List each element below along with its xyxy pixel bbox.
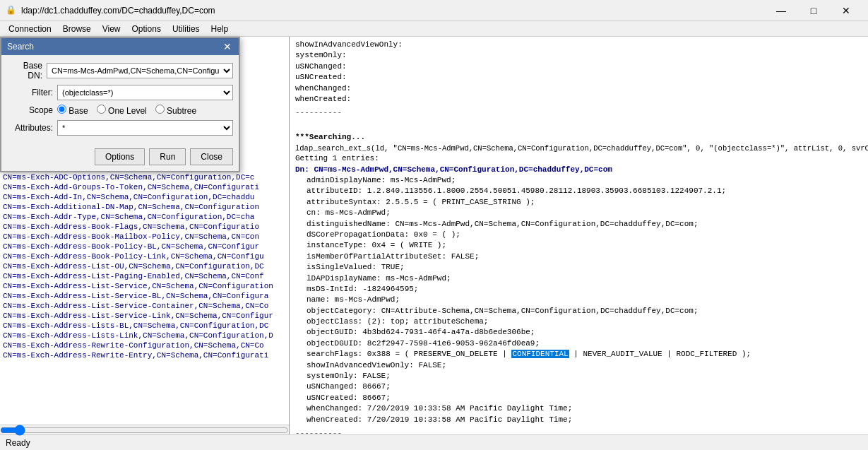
scope-base-text: Base [69, 106, 88, 116]
scope-one-level-label[interactable]: One Level [97, 105, 147, 116]
menu-item-utilities[interactable]: Utilities [167, 23, 206, 35]
attributes-label: Attributes: [7, 123, 53, 133]
tree-item[interactable]: CN=ms-Exch-Address-Book-Mailbox-Policy,C… [0, 232, 289, 242]
horizontal-scrollbar-container [0, 425, 289, 434]
scope-subtree-text: Subtree [167, 106, 196, 116]
filter-label: Filter: [7, 88, 53, 97]
tree-item[interactable]: CN=ms-Exch-Address-List-Service-Containe… [0, 301, 289, 311]
base-dn-select[interactable]: CN=ms-Mcs-AdmPwd,CN=Schema,CN=Configu [47, 63, 233, 78]
left-panel: Search ✕ Base DN: CN=ms-Mcs-AdmPwd,CN=Sc… [0, 37, 290, 434]
attr-line: isMemberOfPartialAttributeSet: FALSE; [295, 251, 862, 262]
tree-item[interactable]: CN=ms-Exch-Address-Lists-BL,CN=Schema,CN… [0, 321, 289, 331]
main-container: Search ✕ Base DN: CN=ms-Mcs-AdmPwd,CN=Sc… [0, 37, 868, 434]
attr-line: systemOnly: FALSE; [295, 371, 862, 381]
close-dialog-button[interactable]: Close [190, 148, 233, 165]
tree-item[interactable]: CN=ms-Exch-Address-Book-Flags,CN=Schema,… [0, 222, 289, 232]
attr-line: uSNChanged: [295, 61, 862, 72]
tree-item[interactable]: CN=ms-Exch-Address-List-Service-BL,CN=Sc… [0, 291, 289, 301]
attributes-select[interactable]: * [57, 120, 233, 136]
attr-line: objectClass: (2): top; attributeSchema; [295, 316, 862, 327]
status-text: Ready [6, 438, 30, 448]
tree-item[interactable]: CN=ms-Exch-Address-Lists-Link,CN=Schema,… [0, 331, 289, 341]
scope-base-label[interactable]: Base [57, 105, 88, 116]
attr-line: cn: ms-Mcs-AdmPwd; [295, 208, 862, 218]
dialog-buttons: Options Run Close [1, 146, 239, 171]
menu-item-connection[interactable]: Connection [3, 23, 57, 35]
window-controls: — □ ✕ [765, 0, 862, 21]
attr-line: objectGUID: 4b3bd624-7931-46f4-a47a-d8b6… [295, 327, 862, 338]
scope-group: Base One Level Subtree [57, 105, 196, 116]
tree-item[interactable]: CN=ms-Exch-Address-Rewrite-Configuration… [0, 341, 289, 350]
close-button[interactable]: ✕ [830, 0, 862, 21]
scope-row: Scope Base One Level Subtree [7, 105, 233, 116]
menu-item-view[interactable]: View [97, 23, 126, 35]
tree-item[interactable]: CN=ms-Exch-Additional-DN-Map,CN=Schema,C… [0, 202, 289, 212]
tree-item[interactable]: CN=ms-Exch-Address-Book-Policy-Link,CN=S… [0, 251, 289, 261]
attr-line: whenCreated: [295, 94, 862, 105]
section-divider-bottom: ---------- [295, 428, 862, 434]
tree-item[interactable]: CN=ms-Exch-Address-List-Service-Link,CN=… [0, 311, 289, 321]
dn-line: Dn: CN=ms-Mcs-AdmPwd,CN=Schema,CN=Config… [295, 165, 862, 175]
tree-item[interactable]: CN=ms-Exch-Add-In,CN=Schema,CN=Configura… [0, 192, 289, 202]
scope-one-level-radio[interactable] [97, 105, 106, 114]
attr-line: objectCategory: CN=Attribute-Schema,CN=S… [295, 306, 862, 316]
minimize-button[interactable]: — [765, 0, 797, 21]
scope-subtree-radio[interactable] [155, 105, 165, 114]
attr-line: systemOnly: [295, 50, 862, 61]
filter-row: Filter: (objectclass=*) [7, 85, 233, 100]
scope-base-radio[interactable] [57, 105, 66, 114]
base-dn-row: Base DN: CN=ms-Mcs-AdmPwd,CN=Schema,CN=C… [7, 61, 233, 81]
attr-line: showInAdvancedViewOnly: FALSE; [295, 360, 862, 371]
menu-bar: ConnectionBrowseViewOptionsUtilitiesHelp [0, 21, 868, 37]
attr-line: name: ms-Mcs-AdmPwd; [295, 295, 862, 305]
attr-line: isSingleValued: TRUE; [295, 262, 862, 273]
scope-one-level-text: One Level [108, 106, 147, 116]
attr-line: uSNCreated: 86667; [295, 393, 862, 403]
attr-line: lDAPDisplayName: ms-Mcs-AdmPwd; [295, 273, 862, 284]
options-button[interactable]: Options [95, 148, 145, 165]
tree-item[interactable]: CN=ms-Exch-Add-Groups-To-Token,CN=Schema… [0, 182, 289, 192]
filter-select[interactable]: (objectclass=*) [57, 85, 233, 100]
dialog-body: Base DN: CN=ms-Mcs-AdmPwd,CN=Schema,CN=C… [1, 55, 239, 146]
dialog-title-text: Search [7, 42, 34, 52]
attr-line: attributeSyntax: 2.5.5.5 = ( PRINT_CASE_… [295, 197, 862, 208]
horizontal-scrollbar[interactable] [0, 426, 289, 434]
attr-line: uSNChanged: 86667; [295, 381, 862, 392]
tree-item[interactable]: CN=ms-Exch-Addr-Type,CN=Schema,CN=Config… [0, 212, 289, 222]
tree-item[interactable]: CN=ms-Exch-Address-Book-Policy-BL,CN=Sch… [0, 242, 289, 251]
attr-line: msDS-IntId: -1824964595; [295, 284, 862, 295]
dialog-close-icon[interactable]: ✕ [222, 41, 233, 52]
attr-line: instanceType: 0x4 = ( WRITE ); [295, 240, 862, 251]
scope-subtree-label[interactable]: Subtree [155, 105, 196, 116]
getting-entries: Getting 1 entries: [295, 153, 862, 164]
attr-line: adminDisplayName: ms-Mcs-AdmPwd; [295, 175, 862, 186]
attr-line: whenChanged: 7/20/2019 10:33:58 AM Pacif… [295, 403, 862, 414]
scope-label: Scope [7, 105, 53, 115]
maximize-button[interactable]: □ [797, 0, 830, 21]
tree-item[interactable]: CN=ms-Exch-Address-Rewrite-Entry,CN=Sche… [0, 350, 289, 360]
attr-line: objectDGUID: 8c2f2947-7598-41e6-9053-962… [295, 338, 862, 349]
attr-line: searchFlags: 0x388 = ( PRESERVE_ON_DELET… [295, 349, 862, 360]
status-bar: Ready [0, 434, 868, 450]
menu-item-browse[interactable]: Browse [57, 23, 97, 35]
confidential-highlight: CONFIDENTIAL [511, 350, 569, 358]
searching-label: ***Searching... [295, 132, 862, 143]
tree-item[interactable]: CN=ms-Exch-Address-List-Paging-Enabled,C… [0, 271, 289, 281]
menu-item-options[interactable]: Options [126, 23, 167, 35]
right-panel[interactable]: showInAdvancedViewOnly: systemOnly: uSNC… [290, 37, 868, 434]
dialog-title-bar: Search ✕ [1, 38, 239, 55]
tree-list[interactable]: CN=ms-Exch-ADC-Options,CN=Schema,CN=Conf… [0, 171, 289, 425]
app-icon: 🔒 [6, 5, 17, 16]
attr-line: uSNCreated: [295, 72, 862, 83]
run-button[interactable]: Run [149, 148, 186, 165]
tree-item[interactable]: CN=ms-Exch-Address-List-Service,CN=Schem… [0, 281, 289, 291]
attr-line: dSCorePropagationData: 0x0 = ( ); [295, 230, 862, 240]
attributes-row: Attributes: * [7, 120, 233, 136]
section-divider: ---------- [295, 107, 862, 118]
tree-item[interactable]: CN=ms-Exch-Address-List-OU,CN=Schema,CN=… [0, 261, 289, 271]
menu-item-help[interactable]: Help [206, 23, 234, 35]
window-title: ldap://dc1.chadduffey.com/DC=chadduffey,… [21, 6, 765, 16]
title-bar: 🔒 ldap://dc1.chadduffey.com/DC=chadduffe… [0, 0, 868, 21]
search-command: ldap_search_ext_s(ld, "CN=ms-Mcs-AdmPwd,… [295, 143, 862, 154]
attr-line: distinguishedName: CN=ms-Mcs-AdmPwd,CN=S… [295, 219, 862, 230]
